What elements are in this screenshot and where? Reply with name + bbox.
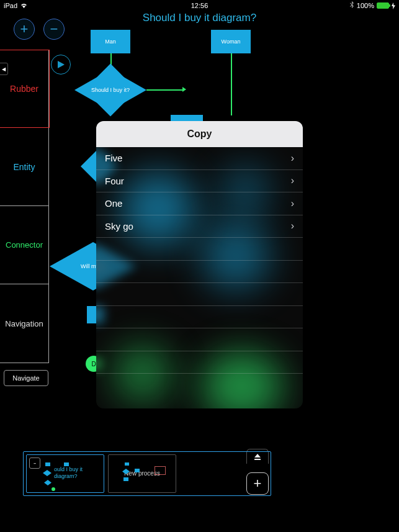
modal-row-skygo[interactable]: Sky go › <box>96 215 303 238</box>
modal-row-empty <box>96 351 303 374</box>
modal-row-empty <box>96 283 303 306</box>
sidebar-collapse-handle[interactable]: ◀ <box>0 63 8 75</box>
modal-row-four[interactable]: Four › <box>96 170 303 193</box>
charging-icon <box>392 2 395 9</box>
sidebar-item-entity[interactable]: Entity <box>0 128 48 206</box>
modal-row-five[interactable]: Five › <box>96 147 303 170</box>
sidebar-item-rubber[interactable]: Rubber <box>0 50 50 128</box>
arrow-head-icon <box>182 87 186 92</box>
node-man[interactable]: Man <box>91 30 130 53</box>
thumbnail-new-process[interactable]: New process <box>108 454 176 493</box>
connector <box>146 89 184 91</box>
modal-row-label: Sky go <box>105 221 133 232</box>
wifi-icon <box>20 2 28 9</box>
battery-icon <box>377 2 389 9</box>
chevron-right-icon: › <box>291 198 294 209</box>
chevron-right-icon: › <box>291 175 294 186</box>
node-decision-buy[interactable]: Should I buy it? <box>74 70 146 110</box>
device-label: iPad <box>4 2 17 9</box>
navigate-button[interactable]: Navigate <box>4 370 48 386</box>
node-woman[interactable]: Woman <box>211 30 251 53</box>
sidebar-item-navigation[interactable]: Navigation <box>0 284 48 363</box>
modal-row-empty <box>96 328 303 351</box>
connector <box>231 53 232 115</box>
copy-modal: Copy Five › Four › One › Sky go › <box>96 121 303 408</box>
thumbnail-remove-button[interactable]: - <box>29 458 40 469</box>
modal-row-empty <box>96 306 303 329</box>
sidebar: ◀ Rubber Entity Connector Navigation <box>0 50 49 363</box>
modal-row-empty <box>96 238 303 261</box>
status-bar: iPad 12:56 100% <box>0 0 399 11</box>
modal-title: Copy <box>96 121 303 147</box>
thumbnail-label: ould I buy it diagram? <box>50 466 102 480</box>
modal-row-label: Four <box>105 176 124 186</box>
battery-pct: 100% <box>357 2 374 9</box>
clock: 12:56 <box>191 2 208 9</box>
chevron-right-icon: › <box>291 220 294 232</box>
sidebar-item-connector[interactable]: Connector <box>0 206 48 284</box>
modal-row-one[interactable]: One › <box>96 192 303 215</box>
modal-row-label: One <box>105 198 122 209</box>
thumbnail-bar: - ould I buy it diagram? New process <box>23 451 271 496</box>
modal-row-empty <box>96 374 303 397</box>
chevron-right-icon: › <box>291 153 294 164</box>
modal-row-label: Five <box>105 153 122 163</box>
bluetooth-icon <box>349 1 354 10</box>
thumbnail-current[interactable]: - ould I buy it diagram? <box>26 454 104 493</box>
add-button[interactable]: + <box>14 19 35 40</box>
modal-row-empty <box>96 261 303 284</box>
